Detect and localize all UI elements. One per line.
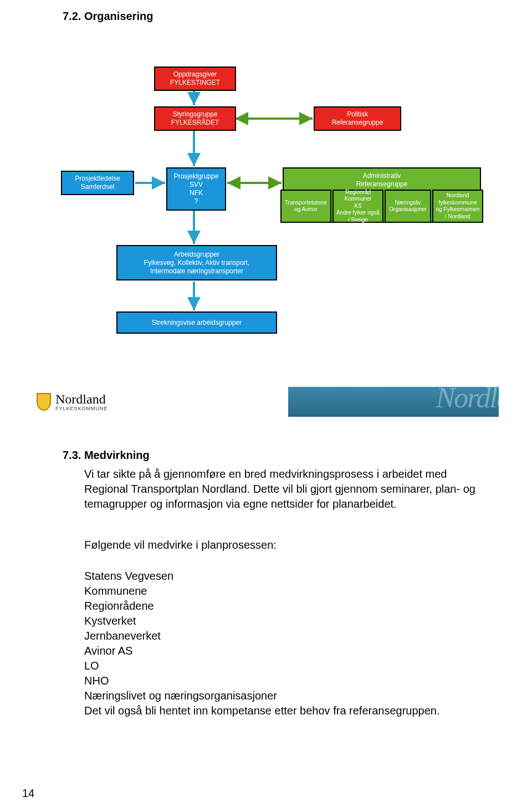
box-text: fylkeskommune <box>438 200 477 207</box>
list-item: NHO <box>84 673 483 688</box>
list-item: Kystverket <box>84 614 483 629</box>
box-sub-regionrad: Regionråd Kommuner KS Andre fylker også … <box>332 190 383 223</box>
page-number: 14 <box>22 787 34 800</box>
brand-block: Nordland FYLKESKOMMUNE <box>55 392 108 411</box>
section2-paragraph: Vi tar sikte på å gjennomføre en bred me… <box>84 467 483 512</box>
list-item: Jernbaneverket <box>84 629 483 644</box>
box-text: FYLKESTINGET <box>170 79 220 87</box>
shield-icon <box>37 393 51 411</box>
box-sub-naeringsliv: Næringsliv Organisasjoner <box>385 190 431 223</box>
box-text: Andre fylker også <box>336 210 380 217</box>
banner-left: Nordland FYLKESKOMMUNE <box>33 387 288 417</box>
section-number: 7.3. <box>63 449 81 461</box>
box-text: KS <box>354 203 361 210</box>
box-text: Referansegruppe <box>356 180 408 188</box>
list-item: Avinor AS <box>84 644 483 658</box>
list-item: Det vil også bli hentet inn kompetanse e… <box>84 703 483 718</box>
box-text: Intermodale næringstransporter <box>150 267 243 275</box>
box-text: Arbeidsgrupper <box>174 251 219 259</box>
section2-paragraph-2: Følgende vil medvirke i planprosessen: <box>84 539 483 551</box>
section-title: Organisering <box>84 10 153 22</box>
box-text: Prosjektgruppe <box>174 172 219 181</box>
box-text: og Avinor <box>294 206 318 213</box>
participant-list: Statens Vegvesen Kommunene Regionrådene … <box>84 569 483 718</box>
list-item: Kommunene <box>84 584 483 599</box>
section-title: Medvirkning <box>84 449 150 461</box>
box-text: Regionråd <box>345 189 371 196</box>
box-text: Nordland <box>447 192 469 200</box>
brand-name: Nordland <box>55 392 108 406</box>
box-text: og Fylkesmannen <box>436 206 480 213</box>
box-prosjektledelse: Prosjektledelse Samferdsel <box>61 171 134 195</box>
box-prosjektgruppe: Prosjektgruppe SVV NFK ? <box>166 167 226 211</box>
box-text: SVV <box>190 181 203 189</box>
section-number: 7.2. <box>63 10 81 22</box>
box-arbeidsgrupper: Arbeidsgrupper Fylkesveg, Kollektiv, Akt… <box>116 245 277 280</box>
box-text: ? <box>195 197 198 206</box>
box-styringsgruppe: Styringsgruppe FYLKESRÅDET <box>154 106 236 131</box>
box-text: FYLKESRÅDET <box>171 119 219 127</box>
list-item: LO <box>84 658 483 673</box>
box-text: Prosjektledelse <box>75 175 120 183</box>
box-text: NFK <box>190 189 203 197</box>
box-text: Næringsliv <box>395 200 421 207</box>
section-heading-2: 7.3. Medvirkning <box>63 449 150 462</box>
box-text: Strekningsvise arbeidsgrupper <box>152 319 242 327</box>
box-text: Transportetatene <box>285 200 327 207</box>
box-text: i Sveige <box>348 217 368 224</box>
brand-sub: FYLKESKOMMUNE <box>55 406 108 411</box>
banner-watermark: Nordla <box>436 387 499 414</box>
list-item: Regionrådene <box>84 599 483 614</box>
box-politisk: Politisk Referansegruppe <box>314 106 401 131</box>
box-text: Organisasjoner <box>389 206 427 213</box>
box-text: Samferdsel <box>81 183 115 191</box>
box-text: Fylkesveg, Kollektiv, Aktiv transport, <box>144 259 250 267</box>
box-text: Administrativ <box>363 172 401 180</box>
box-text: Oppdragsgiver <box>173 70 217 79</box>
org-diagram: Oppdragsgiver FYLKESTINGET Styringsgrupp… <box>61 67 482 366</box>
box-text: Styringsgruppe <box>173 110 218 119</box>
box-text: i Nordland <box>445 213 470 221</box>
box-text: Referansegruppe <box>332 119 383 127</box>
nordland-banner: Nordland FYLKESKOMMUNE Nordla <box>33 387 499 417</box>
box-sub-transportetatene: Transportetatene og Avinor <box>280 190 331 223</box>
list-item: Statens Vegvesen <box>84 569 483 584</box>
box-text: Kommuner <box>345 196 372 203</box>
box-strekningsvise: Strekningsvise arbeidsgrupper <box>116 311 277 334</box>
box-oppdragsgiver: Oppdragsgiver FYLKESTINGET <box>154 67 236 91</box>
banner-right: Nordla <box>288 387 499 417</box>
list-item: Næringslivet og næringsorganisasjoner <box>84 688 483 703</box>
box-text: Politisk <box>347 110 368 119</box>
section-heading-1: 7.2. Organisering <box>63 10 153 23</box>
box-sub-nordland: Nordland fylkeskommune og Fylkesmannen i… <box>432 190 483 223</box>
